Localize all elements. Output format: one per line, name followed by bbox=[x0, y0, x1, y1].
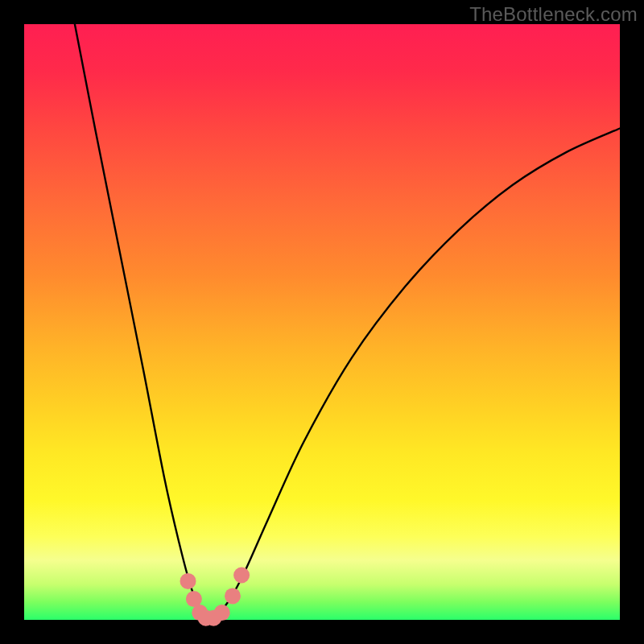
curve-marker bbox=[180, 573, 196, 589]
curve-marker bbox=[233, 568, 250, 584]
curve-marker bbox=[214, 605, 230, 621]
curve-marker bbox=[225, 588, 241, 604]
curve-marker bbox=[186, 591, 202, 607]
curve-markers bbox=[180, 568, 250, 626]
watermark-text: TheBottleneck.com bbox=[469, 3, 638, 26]
chart-frame: TheBottleneck.com bbox=[0, 0, 644, 644]
curve-svg bbox=[24, 24, 620, 620]
plot-area bbox=[24, 24, 620, 620]
bottleneck-curve bbox=[75, 24, 620, 618]
